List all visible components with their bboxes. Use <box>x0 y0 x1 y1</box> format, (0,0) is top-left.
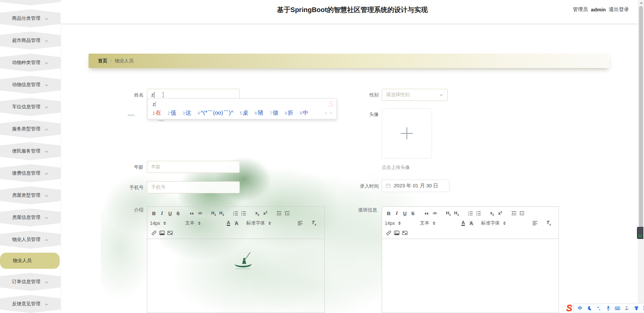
editor-image-button[interactable] <box>393 229 401 237</box>
skin-icon[interactable] <box>633 305 639 311</box>
ime-candidate-4[interactable]: 4^(*￣(oo)￣)^ <box>198 109 233 117</box>
editor-bold-button[interactable]: B <box>385 209 393 217</box>
microphone-icon[interactable] <box>605 305 611 311</box>
keyboard-icon[interactable] <box>614 305 621 311</box>
editor-code-button[interactable]: </> <box>196 209 204 217</box>
editor-ordered-list-button[interactable]: 123 <box>231 209 239 217</box>
editor-superscript-button[interactable]: x2 <box>261 209 269 217</box>
ime-candidate-6[interactable]: 6猪 <box>255 109 264 117</box>
editor-italic-button[interactable]: I <box>158 209 166 217</box>
editor-video-button[interactable] <box>166 229 174 237</box>
sidebar-item-9[interactable]: 房屋信息管理 <box>0 208 61 227</box>
sidebar-item-13[interactable]: 反馈意见管理 <box>0 295 61 313</box>
editor-text-color-button[interactable]: A <box>459 219 467 227</box>
entry-time-picker[interactable]: 2023 年 01 月 30 日 <box>382 180 449 192</box>
sidebar-item-7[interactable]: 缴费信息管理 <box>0 164 61 182</box>
editor-align-button[interactable] <box>531 219 539 227</box>
editor-ordered-list-button[interactable]: 123 <box>466 209 474 217</box>
sidebar-item-12[interactable]: 订单信息管理 <box>0 273 61 291</box>
editor-subscript-button[interactable]: x2 <box>488 209 496 217</box>
sidebar-item-4[interactable]: 车位信息管理 <box>0 98 61 116</box>
editor-superscript-button[interactable]: x2 <box>496 209 504 217</box>
sidebar-item-6[interactable]: 便民服务管理 <box>0 142 61 160</box>
editor-h2-button[interactable]: H2 <box>452 209 461 217</box>
sidebar-subitem-active[interactable]: 物业人员 <box>0 253 60 269</box>
editor-indent-button[interactable] <box>283 209 291 217</box>
scrollbar-up-arrow[interactable] <box>638 0 644 5</box>
editor-bullet-list-button[interactable] <box>474 209 482 217</box>
editor-underline-button[interactable]: U <box>166 209 174 217</box>
ime-candidate-5[interactable]: 5桌 <box>240 109 249 117</box>
ime-next-page-button[interactable]: › <box>330 110 332 115</box>
editor-h2-button[interactable]: H2 <box>218 209 226 217</box>
sogou-edge-widget[interactable] <box>637 227 643 239</box>
sidebar-item-2[interactable]: 动物种类管理 <box>0 54 61 72</box>
editor-size-select[interactable]: 14px <box>385 219 414 227</box>
editor-strike-button[interactable]: S <box>409 209 417 217</box>
editor-header-select[interactable]: 文本 <box>420 219 453 227</box>
editor-h1-button[interactable]: H1 <box>210 209 218 217</box>
editor-bullet-list-button[interactable] <box>239 209 248 217</box>
editor-h1-button[interactable]: H1 <box>444 209 452 217</box>
age-input[interactable]: 年龄 <box>147 161 240 173</box>
sidebar-item-3[interactable]: 动物信息管理 <box>0 76 61 94</box>
ime-prev-page-button[interactable]: ‹ <box>325 110 327 115</box>
editor-header-select-label: 文本 <box>185 220 195 226</box>
editor-size-select[interactable]: 14px <box>150 219 179 227</box>
chinese-mode-icon[interactable]: 中 <box>577 305 583 311</box>
admin-username: admin <box>591 7 606 12</box>
editor-background-color-button[interactable]: A <box>467 219 475 227</box>
half-moon-icon[interactable] <box>586 305 592 311</box>
toolbox-icon[interactable] <box>643 305 644 311</box>
editor-blockquote-button[interactable] <box>188 209 196 217</box>
ime-candidate-9[interactable]: 9中 <box>300 109 309 117</box>
sidebar-item-partial[interactable] <box>0 0 61 5</box>
editor-link-button[interactable] <box>150 229 158 237</box>
sogou-logo-icon[interactable]: S <box>566 304 572 313</box>
ime-candidate-7[interactable]: 7做 <box>270 109 278 117</box>
editor-align-button[interactable] <box>296 219 304 227</box>
editor-bold-button[interactable]: B <box>150 209 158 217</box>
editor-clean-button[interactable]: Tx <box>310 219 318 227</box>
sidebar-item-5[interactable]: 服务类型管理 <box>0 120 61 138</box>
editor-font-select[interactable]: 标准字体 <box>481 219 525 227</box>
editor-subscript-button[interactable]: x2 <box>253 209 261 217</box>
editor-text-color-button[interactable]: A <box>224 219 232 227</box>
editor-header-select[interactable]: 文本 <box>185 219 219 227</box>
editor-background-color-button[interactable]: A <box>232 219 240 227</box>
age-placeholder: 年龄 <box>151 164 161 170</box>
editor-strike-button[interactable]: S <box>174 209 182 217</box>
ime-candidate-8[interactable]: 8折 <box>285 109 293 117</box>
editor-underline-button[interactable]: U <box>401 209 409 217</box>
editor-italic-button[interactable]: I <box>393 209 401 217</box>
ime-candidate-2[interactable]: 2值 <box>168 109 176 117</box>
phone-input[interactable]: 手机号 <box>147 181 240 193</box>
breadcrumb-home-link[interactable]: 首页 <box>98 58 107 64</box>
intro-editor-content[interactable] <box>147 239 324 313</box>
logout-button[interactable]: 退出登录 <box>609 6 629 13</box>
handwriting-icon[interactable] <box>624 305 630 311</box>
punctuation-icon[interactable]: °, <box>596 305 602 311</box>
sidebar-item-0[interactable]: 商品分类管理 <box>0 9 61 27</box>
editor-blockquote-button[interactable] <box>423 209 431 217</box>
avatar-upload-button[interactable] <box>382 108 432 159</box>
duty-editor-content[interactable] <box>382 239 558 313</box>
sidebar-item-1[interactable]: 超市商品管理 <box>0 32 61 50</box>
editor-image-button[interactable] <box>158 229 166 237</box>
editor-code-button[interactable]: </> <box>431 209 439 217</box>
vertical-scrollbar[interactable] <box>638 0 644 313</box>
editor-link-button[interactable] <box>385 229 393 237</box>
ime-candidate-3[interactable]: 3这 <box>182 109 191 117</box>
editor-indent-button[interactable] <box>518 209 526 217</box>
editor-video-button[interactable] <box>401 229 409 237</box>
sidebar-item-8[interactable]: 房屋类型管理 <box>0 186 61 204</box>
editor-clean-button[interactable]: Tx <box>545 219 553 227</box>
scrollbar-thumb[interactable] <box>639 6 643 230</box>
gender-select[interactable]: 请选择性别 <box>382 89 448 101</box>
editor-font-select[interactable]: 标准字体 <box>246 219 290 227</box>
editor-outdent-button[interactable] <box>510 209 518 217</box>
editor-outdent-button[interactable] <box>275 209 283 217</box>
sogou-edge-lines <box>638 228 642 234</box>
sidebar-item-10[interactable]: 物业人员管理 <box>0 231 61 249</box>
ime-candidate-1[interactable]: 1在 <box>153 109 161 117</box>
